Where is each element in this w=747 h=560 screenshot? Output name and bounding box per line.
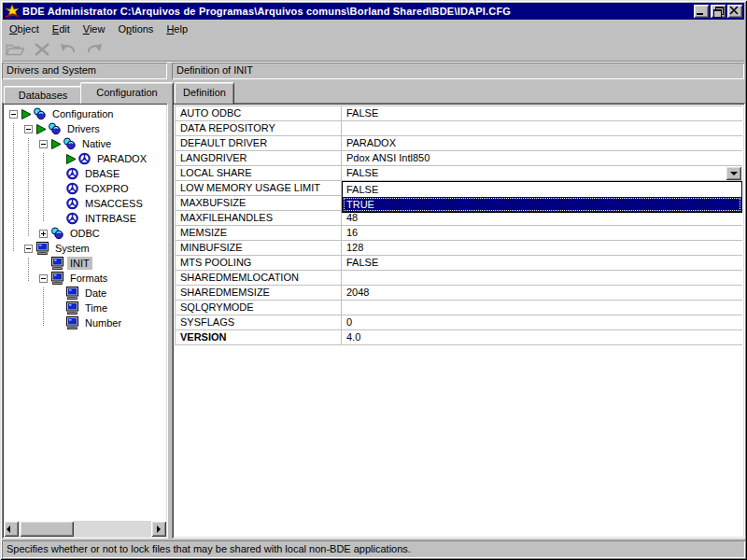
tree-item-drivers[interactable]: Drivers — [4, 121, 166, 136]
menu-object[interactable]: Object — [3, 21, 46, 36]
property-name: AUTO ODBC — [176, 106, 342, 120]
tree-horizontal-scrollbar[interactable] — [4, 521, 166, 537]
tab-databases[interactable]: Databases — [4, 86, 82, 104]
property-row-langdriver[interactable]: LANGDRIVERPdox ANSI Intl850 — [176, 151, 742, 166]
tree-item-label[interactable]: Number — [82, 316, 124, 329]
minimize-button[interactable] — [694, 5, 709, 18]
property-value[interactable]: PARADOX — [342, 136, 742, 150]
tree-item-init[interactable]: INIT — [4, 256, 166, 271]
combo-dropdown-button[interactable] — [726, 166, 741, 180]
dropdown-option-false[interactable]: FALSE — [343, 182, 741, 197]
property-value[interactable] — [342, 301, 742, 315]
collapse-box-icon[interactable] — [9, 110, 18, 119]
tree-item-foxpro[interactable]: FOXPRO — [4, 181, 166, 196]
collapse-box-icon[interactable] — [39, 140, 48, 148]
tree-item-label[interactable]: Native — [79, 137, 114, 150]
property-row-memsize[interactable]: MEMSIZE16 — [176, 226, 742, 241]
tree-item-date[interactable]: Date — [4, 286, 166, 301]
dropdown-option-true[interactable]: TRUE — [343, 197, 741, 212]
property-value[interactable]: 16 — [342, 226, 742, 240]
open-button[interactable] — [3, 39, 29, 60]
tree-item-label[interactable]: Configuration — [49, 107, 116, 120]
db-icon — [33, 107, 49, 120]
computer-icon — [35, 242, 52, 255]
local-share-dropdown-list: FALSETRUE — [342, 181, 742, 213]
property-value[interactable] — [342, 271, 742, 285]
expand-box-icon[interactable] — [39, 230, 48, 238]
app-icon[interactable] — [5, 5, 20, 19]
property-value[interactable] — [342, 121, 742, 135]
property-row-mts-pooling[interactable]: MTS POOLINGFALSE — [176, 256, 742, 271]
tree-item-odbc[interactable]: ODBC — [4, 226, 166, 241]
scroll-left-button[interactable] — [4, 521, 19, 537]
menu-bar: Object Edit View Options Help — [3, 21, 744, 37]
tree-item-label[interactable]: ODBC — [67, 227, 103, 240]
property-row-default-driver[interactable]: DEFAULT DRIVERPARADOX — [176, 136, 742, 151]
tree-item-paradox[interactable]: PARADOX — [4, 151, 166, 166]
property-row-sysflags[interactable]: SYSFLAGS0 — [176, 315, 742, 330]
property-row-minbufsize[interactable]: MINBUFSIZE128 — [176, 241, 742, 256]
property-value[interactable]: 0 — [342, 315, 742, 329]
property-name: DATA REPOSITORY — [176, 121, 342, 135]
tree-item-native[interactable]: Native — [4, 136, 166, 151]
menu-view[interactable]: View — [77, 21, 112, 36]
close-button[interactable] — [727, 5, 742, 18]
tree-item-time[interactable]: Time — [4, 301, 166, 315]
restore-button[interactable] — [711, 5, 726, 18]
property-value[interactable]: FALSE — [342, 256, 742, 270]
property-value[interactable]: FALSE — [342, 106, 742, 120]
property-value[interactable]: 128 — [342, 241, 742, 255]
scrollbar-thumb[interactable] — [20, 521, 74, 537]
tree-item-label[interactable]: INTRBASE — [82, 212, 139, 225]
db-icon — [48, 122, 64, 135]
tree-item-label[interactable]: MSACCESS — [82, 197, 146, 210]
collapse-box-icon[interactable] — [24, 245, 33, 253]
tab-configuration[interactable]: Configuration — [80, 82, 174, 104]
property-row-sharedmemlocation[interactable]: SHAREDMEMLOCATION — [176, 271, 742, 286]
tree-item-label[interactable]: Time — [82, 301, 110, 315]
tree-item-label[interactable]: INIT — [67, 257, 92, 270]
tree-item-label[interactable]: Formats — [67, 272, 110, 285]
scroll-right-button[interactable] — [151, 521, 166, 537]
property-value[interactable]: 48 — [342, 211, 742, 225]
computer-icon — [65, 316, 82, 329]
redo-button[interactable] — [81, 39, 107, 60]
tree-item-label[interactable]: System — [52, 242, 92, 255]
tree-item-system[interactable]: System — [4, 241, 166, 256]
tree-item-formats[interactable]: Formats — [4, 271, 166, 286]
tree-item-intrbase[interactable]: INTRBASE — [4, 211, 166, 226]
tab-definition[interactable]: Definition — [175, 82, 234, 104]
collapse-box-icon[interactable] — [39, 274, 48, 283]
collapse-box-icon[interactable] — [24, 125, 33, 133]
undo-button[interactable] — [55, 39, 81, 60]
tree-item-msaccess[interactable]: MSACCESS — [4, 196, 166, 211]
property-value[interactable]: 2048 — [342, 286, 742, 300]
property-row-auto-odbc[interactable]: AUTO ODBCFALSE — [176, 106, 742, 121]
menu-options[interactable]: Options — [111, 21, 160, 36]
tree-item-label[interactable]: DBASE — [82, 167, 122, 180]
property-value[interactable]: Pdox ANSI Intl850 — [342, 151, 742, 165]
property-value[interactable]: 4.0 — [342, 330, 742, 344]
property-row-version[interactable]: VERSION4.0 — [176, 330, 742, 345]
tree-item-dbase[interactable]: DBASE — [4, 166, 166, 181]
tree-item-label[interactable]: PARADOX — [94, 152, 149, 165]
tree-item-label[interactable]: FOXPRO — [82, 182, 131, 195]
menu-edit[interactable]: Edit — [46, 21, 77, 36]
property-row-maxfilehandles[interactable]: MAXFILEHANDLES48 — [176, 211, 742, 226]
tree-item-label[interactable]: Drivers — [64, 122, 103, 135]
property-name: SQLQRYMODE — [176, 301, 342, 315]
tree-item-number[interactable]: Number — [4, 315, 166, 330]
property-row-sharedmemsize[interactable]: SHAREDMEMSIZE2048 — [176, 286, 742, 301]
tree-item-configuration[interactable]: Configuration — [4, 106, 166, 121]
remove-button[interactable] — [29, 39, 55, 60]
property-row-sqlqrymode[interactable]: SQLQRYMODE — [176, 301, 742, 315]
menu-help[interactable]: Help — [160, 21, 194, 36]
property-row-local-share[interactable]: LOCAL SHAREFALSE — [176, 166, 742, 181]
property-name: MINBUFSIZE — [176, 241, 342, 255]
property-row-data-repository[interactable]: DATA REPOSITORY — [176, 121, 742, 136]
property-value[interactable]: FALSE — [342, 166, 742, 180]
tree-item-label[interactable]: Date — [82, 287, 109, 300]
property-name: MTS POOLING — [176, 256, 342, 270]
title-bar[interactable]: BDE Administrator C:\Arquivos de Program… — [3, 3, 744, 20]
property-table: AUTO ODBCFALSEDATA REPOSITORYDEFAULT DRI… — [175, 105, 742, 345]
